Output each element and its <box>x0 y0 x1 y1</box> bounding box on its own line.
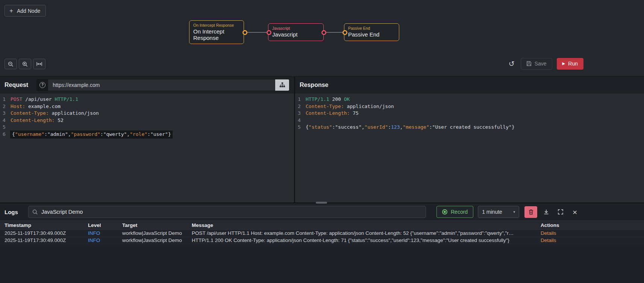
code-text: Host: example.com <box>9 103 61 110</box>
logs-search-input[interactable] <box>41 209 422 215</box>
column-header: Timestamp <box>5 222 88 228</box>
line-number: 1 <box>295 96 304 103</box>
code-line: 3Content-Type: application/json <box>0 110 294 117</box>
log-details-link[interactable]: Details <box>537 237 644 243</box>
log-message: HTTP/1.1 200 OK Content-Type: applicatio… <box>192 237 537 243</box>
save-button[interactable]: Save <box>521 58 552 70</box>
zoom-out-icon <box>8 61 14 67</box>
fullscreen-button[interactable] <box>555 207 566 217</box>
help-icon: ? <box>39 82 45 88</box>
clear-logs-button[interactable] <box>524 206 537 218</box>
request-title: Request <box>5 82 28 88</box>
plus-icon: + <box>9 8 13 14</box>
resize-grip[interactable] <box>316 202 327 204</box>
code-text <box>9 124 11 131</box>
editors-row: Request ? 1POST /api/user HTTP/1.12Host:… <box>0 77 644 202</box>
search-icon <box>32 209 38 215</box>
code-line: 4Content-Length: 52 <box>0 117 294 124</box>
code-line: 6{"username":"admin","password":"qwerty"… <box>0 131 294 138</box>
interval-select[interactable]: 1 minute ▾ <box>478 206 519 218</box>
line-number: 2 <box>295 103 304 110</box>
column-header: Target <box>122 222 192 228</box>
line-number: 1 <box>0 96 9 103</box>
run-button[interactable]: ▶ Run <box>557 58 583 70</box>
code-line: 2Host: example.com <box>0 103 294 110</box>
line-number: 4 <box>0 117 9 124</box>
code-line: 5 <box>0 124 294 131</box>
logs-table: TimestampLevelTargetMessageActions 2025-… <box>0 221 644 283</box>
column-header: Level <box>88 222 122 228</box>
code-text: Content-Length: 52 <box>9 117 64 124</box>
sitemap-button[interactable] <box>275 79 289 91</box>
response-panel: Response 1HTTP/1.1 200 OK2Content-Type: … <box>295 77 644 202</box>
log-row[interactable]: 2025-11-19T17:30:49.000ZINFOworkflow|Jav… <box>0 230 644 237</box>
zoom-in-button[interactable] <box>19 59 31 69</box>
code-text: Content-Type: application/json <box>9 110 99 117</box>
undo-button[interactable]: ↺ <box>507 58 516 69</box>
node-type-label: Javascript <box>272 26 320 30</box>
log-target: workflow|JavaScript Demo <box>122 230 192 236</box>
code-text <box>304 117 306 124</box>
node-javascript[interactable]: Javascript Javascript <box>268 23 324 41</box>
code-text: {"status":"success","userId":123,"messag… <box>304 124 515 131</box>
log-row[interactable]: 2025-11-19T17:30:49.000ZINFOworkflow|Jav… <box>0 237 644 245</box>
undo-icon: ↺ <box>509 60 515 68</box>
download-logs-button[interactable] <box>541 207 552 217</box>
code-text: Content-Length: 75 <box>304 110 359 117</box>
node-passive-end[interactable]: Passive End Passive End <box>344 23 399 41</box>
canvas-actions-toolbar: ↺ Save ▶ Run <box>507 58 583 70</box>
output-port-javascript[interactable] <box>321 30 326 35</box>
logs-table-header: TimestampLevelTargetMessageActions <box>0 221 644 230</box>
line-number: 3 <box>295 110 304 117</box>
url-bar: ? <box>36 79 289 91</box>
record-button[interactable]: Record <box>436 206 473 218</box>
trash-icon <box>529 209 533 215</box>
response-editor[interactable]: 1HTTP/1.1 200 OK2Content-Type: applicati… <box>295 93 644 202</box>
close-logs-button[interactable]: × <box>570 207 580 217</box>
app-root: + Add Node On Intercept Response On Inte… <box>0 0 644 283</box>
workflow-canvas[interactable]: + Add Node On Intercept Response On Inte… <box>0 0 644 77</box>
line-number: 5 <box>0 124 9 131</box>
line-number: 3 <box>0 110 9 117</box>
add-node-label: Add Node <box>17 8 40 14</box>
node-title: Passive End <box>348 31 395 38</box>
fit-width-icon <box>36 61 42 67</box>
node-on-intercept-response[interactable]: On Intercept Response On Intercept Respo… <box>189 20 244 44</box>
zoom-out-button[interactable] <box>5 59 17 69</box>
output-port-intercept[interactable] <box>242 30 247 35</box>
log-level: INFO <box>88 230 122 236</box>
code-line: 1HTTP/1.1 200 OK <box>295 96 644 103</box>
fit-view-button[interactable] <box>33 59 45 69</box>
interval-value: 1 minute <box>482 209 502 215</box>
logs-search[interactable] <box>28 206 426 218</box>
column-header: Message <box>192 222 537 228</box>
log-target: workflow|JavaScript Demo <box>122 237 192 243</box>
add-node-button[interactable]: + Add Node <box>5 5 46 17</box>
request-header: Request ? <box>0 77 294 93</box>
log-level: INFO <box>88 237 122 243</box>
node-title: Javascript <box>272 31 320 38</box>
request-editor[interactable]: 1POST /api/user HTTP/1.12Host: example.c… <box>0 93 294 202</box>
input-port-passive-end[interactable] <box>342 30 347 35</box>
url-input[interactable] <box>48 79 275 91</box>
save-label: Save <box>535 61 547 67</box>
zoom-in-icon <box>22 61 28 67</box>
help-button[interactable]: ? <box>37 79 48 91</box>
logs-resize-handle[interactable] <box>0 202 644 203</box>
log-details-link[interactable]: Details <box>537 230 644 236</box>
edge-intercept-to-javascript <box>245 32 269 33</box>
logs-table-body: 2025-11-19T17:30:49.000ZINFOworkflow|Jav… <box>0 230 644 244</box>
code-text: {"username":"admin","password":"qwerty",… <box>11 131 172 138</box>
response-title: Response <box>300 82 328 88</box>
fullscreen-icon <box>558 209 564 215</box>
response-header: Response <box>295 77 644 93</box>
line-number: 4 <box>295 117 304 124</box>
save-icon <box>526 61 532 66</box>
download-icon <box>543 209 549 215</box>
line-number: 6 <box>0 131 9 138</box>
input-port-javascript[interactable] <box>267 30 271 35</box>
chevron-down-icon: ▾ <box>514 210 515 214</box>
node-title: On Intercept Response <box>193 28 240 41</box>
close-icon: × <box>573 208 577 216</box>
line-number: 2 <box>0 103 9 110</box>
